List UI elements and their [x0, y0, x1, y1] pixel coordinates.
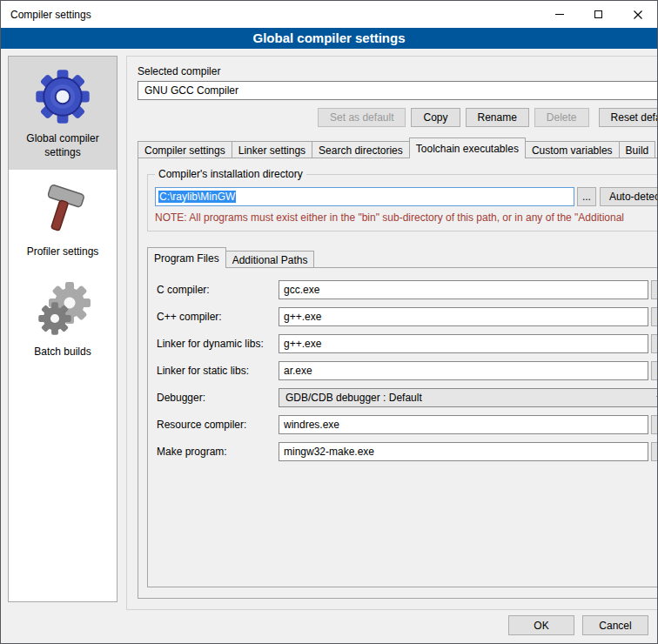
sidebar-item-batch-builds[interactable]: Batch builds	[9, 270, 117, 370]
dynamic-linker-input[interactable]	[279, 334, 648, 353]
tab-search-directories[interactable]: Search directories	[312, 141, 410, 158]
minimize-icon	[555, 14, 564, 15]
tab-toolchain-executables[interactable]: Toolchain executables	[409, 138, 526, 158]
make-program-label: Make program:	[157, 446, 279, 458]
settings-tabstrip: Compiler settings Linker settings Search…	[138, 138, 658, 158]
ok-button[interactable]: OK	[508, 615, 574, 635]
settings-tabs: Compiler settings Linker settings Search…	[138, 138, 655, 158]
installation-directory-row: C:\raylib\MinGW ... Auto-detect	[155, 187, 658, 206]
make-program-row: Make program: ...	[157, 442, 658, 461]
maximize-button[interactable]	[579, 1, 618, 28]
compiler-actions: Set as default Copy Rename Delete Reset …	[138, 108, 658, 127]
static-linker-input[interactable]	[279, 361, 648, 380]
close-icon	[634, 10, 642, 19]
selected-compiler-select[interactable]: GNU GCC Compiler	[138, 81, 658, 100]
cpp-compiler-input[interactable]	[279, 307, 648, 326]
reset-defaults-button[interactable]: Reset defaults	[599, 108, 658, 127]
auto-detect-button[interactable]: Auto-detect	[600, 187, 658, 206]
program-files-tabstrip: Program Files Additional Paths	[147, 247, 658, 268]
delete-button[interactable]: Delete	[534, 108, 589, 127]
browse-directory-button[interactable]: ...	[577, 187, 596, 206]
dialog-body: Global compiler settings Profiler settin…	[1, 49, 657, 611]
sidebar-item-global-compiler-settings[interactable]: Global compiler settings	[9, 57, 117, 170]
static-linker-row: Linker for static libs: ...	[157, 361, 658, 380]
hammer-icon	[35, 182, 91, 238]
selected-compiler-value: GNU GCC Compiler	[144, 84, 238, 97]
minimize-button[interactable]	[540, 1, 579, 28]
sidebar-item-profiler-settings[interactable]: Profiler settings	[9, 170, 117, 270]
copy-button[interactable]: Copy	[411, 108, 460, 127]
debugger-select[interactable]: GDB/CDB debugger : Default	[279, 388, 658, 407]
close-button[interactable]	[618, 1, 657, 28]
cpp-compiler-label: C++ compiler:	[157, 311, 279, 323]
gear-icon	[35, 69, 91, 124]
tab-custom-variables[interactable]: Custom variables	[525, 141, 620, 158]
debugger-row: Debugger: GDB/CDB debugger : Default	[157, 388, 658, 407]
dynamic-linker-row: Linker for dynamic libs: ...	[157, 334, 658, 353]
subtab-additional-paths[interactable]: Additional Paths	[225, 251, 315, 268]
static-linker-label: Linker for static libs:	[157, 365, 279, 377]
subtab-program-files[interactable]: Program Files	[147, 247, 226, 268]
main-panel: Selected compiler GNU GCC Compiler Set a…	[126, 56, 658, 610]
window-title: Compiler settings	[1, 9, 91, 21]
debugger-label: Debugger:	[157, 392, 279, 404]
resource-compiler-input[interactable]	[279, 415, 648, 434]
sidebar-item-label: Profiler settings	[27, 245, 99, 259]
browse-resource-compiler-button[interactable]: ...	[651, 415, 658, 434]
maximize-icon	[594, 10, 602, 18]
tab-build[interactable]: Build	[619, 141, 656, 158]
program-files-page: C compiler: ... C++ compiler: ... Linker…	[147, 267, 658, 587]
dialog-footer: OK Cancel	[508, 615, 648, 635]
installation-directory-group-label: Compiler's installation directory	[155, 168, 306, 180]
titlebar: Compiler settings	[1, 1, 657, 28]
window-controls	[540, 1, 657, 28]
toolchain-executables-page: Compiler's installation directory C:\ray…	[138, 158, 658, 599]
browse-cpp-compiler-button[interactable]: ...	[651, 307, 658, 326]
tab-linker-settings[interactable]: Linker settings	[232, 141, 312, 158]
resource-compiler-label: Resource compiler:	[157, 419, 279, 431]
sidebar-item-label: Global compiler settings	[14, 132, 111, 159]
c-compiler-label: C compiler:	[157, 284, 279, 296]
rename-button[interactable]: Rename	[466, 108, 529, 127]
selected-compiler-label: Selected compiler	[138, 65, 658, 77]
sidebar: Global compiler settings Profiler settin…	[8, 56, 118, 602]
dialog-banner: Global compiler settings	[1, 28, 657, 49]
browse-static-linker-button[interactable]: ...	[651, 361, 658, 380]
bin-subdirectory-note: NOTE: All programs must exist either in …	[155, 211, 658, 224]
installation-directory-group: Compiler's installation directory C:\ray…	[147, 174, 658, 231]
make-program-input[interactable]	[279, 442, 648, 461]
compiler-settings-window: Compiler settings Global compiler settin…	[0, 0, 658, 644]
debugger-select-value: GDB/CDB debugger : Default	[285, 392, 422, 404]
resource-compiler-row: Resource compiler: ...	[157, 415, 658, 434]
dynamic-linker-label: Linker for dynamic libs:	[157, 338, 279, 350]
program-files-tabs: Program Files Additional Paths	[147, 247, 658, 268]
c-compiler-row: C compiler: ...	[157, 280, 658, 299]
installation-directory-value: C:\raylib\MinGW	[158, 191, 236, 203]
browse-make-program-button[interactable]: ...	[651, 442, 658, 461]
set-as-default-button[interactable]: Set as default	[318, 108, 406, 127]
c-compiler-input[interactable]	[279, 280, 648, 299]
cpp-compiler-row: C++ compiler: ...	[157, 307, 658, 326]
browse-dynamic-linker-button[interactable]: ...	[651, 334, 658, 353]
sidebar-item-label: Batch builds	[34, 345, 91, 359]
installation-directory-input[interactable]: C:\raylib\MinGW	[155, 187, 574, 206]
gears-icon	[35, 282, 91, 338]
cancel-button[interactable]: Cancel	[582, 615, 648, 635]
browse-c-compiler-button[interactable]: ...	[651, 280, 658, 299]
tab-compiler-settings[interactable]: Compiler settings	[138, 141, 232, 158]
